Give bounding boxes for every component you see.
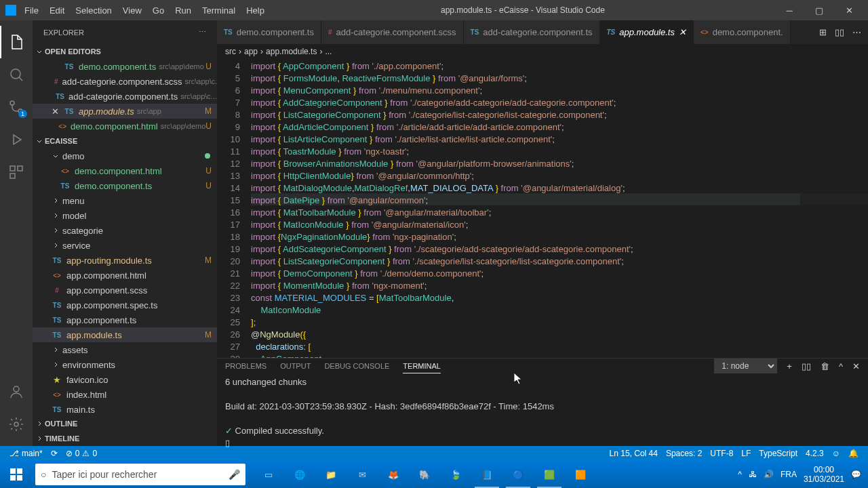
- timeline-section[interactable]: TIMELINE: [33, 431, 217, 446]
- language-indicator[interactable]: FRA: [781, 470, 797, 479]
- menu-file[interactable]: File: [19, 3, 44, 18]
- minimap[interactable]: [800, 59, 868, 358]
- minimize-button[interactable]: ─: [776, 0, 803, 20]
- file-item[interactable]: TSapp.component.ts: [33, 312, 217, 327]
- file-explorer-icon[interactable]: 📁: [316, 461, 346, 488]
- mic-icon[interactable]: 🎤: [229, 469, 240, 480]
- sync-status[interactable]: ⟳: [47, 449, 62, 458]
- folder-item[interactable]: model: [33, 208, 217, 223]
- editor-tab[interactable]: TSdemo.component.ts: [217, 20, 321, 44]
- svg-rect-3: [10, 166, 15, 171]
- compare-icon[interactable]: ⊞: [819, 27, 827, 37]
- panel-tab-output[interactable]: OUTPUT: [280, 359, 311, 373]
- file-item[interactable]: #app.component.scss: [33, 283, 217, 298]
- panel-tab-terminal[interactable]: TERMINAL: [403, 359, 441, 373]
- file-item[interactable]: TSmain.ts: [33, 402, 217, 416]
- explorer-icon[interactable]: [0, 26, 33, 58]
- terminal-select[interactable]: 1: node: [714, 359, 777, 373]
- panel-tab-debug-console[interactable]: DEBUG CONSOLE: [324, 359, 389, 373]
- terminal-panel: PROBLEMSOUTPUTDEBUG CONSOLETERMINAL 1: n…: [217, 358, 868, 446]
- outline-section[interactable]: OUTLINE: [33, 416, 217, 431]
- file-item[interactable]: <>app.component.html: [33, 268, 217, 283]
- menu-terminal[interactable]: Terminal: [197, 3, 241, 18]
- terminal-output[interactable]: 6 unchanged chunks Build at: 2021-03-30T…: [217, 373, 868, 452]
- breadcrumb[interactable]: src›app›app.module.ts›...: [217, 44, 868, 59]
- edge-icon[interactable]: 🌐: [285, 461, 315, 488]
- open-editor-item[interactable]: #add-categorie.component.scss src\app\c.…: [33, 74, 217, 89]
- open-editor-item[interactable]: TSdemo.component.ts src\app\demoU: [33, 59, 217, 74]
- editor-tab[interactable]: #add-categorie.component.scss: [321, 20, 464, 44]
- vscode-task-icon[interactable]: 📘: [472, 461, 502, 488]
- folder-item[interactable]: environments: [33, 357, 217, 372]
- file-item[interactable]: ★favicon.ico: [33, 372, 217, 387]
- scm-badge: 1: [18, 110, 27, 118]
- maximize-panel-icon[interactable]: ^: [839, 361, 843, 371]
- menu-edit[interactable]: Edit: [44, 3, 70, 18]
- action-center-icon[interactable]: 💬: [851, 470, 861, 479]
- split-editor-icon[interactable]: ▯▯: [835, 27, 844, 37]
- file-item[interactable]: <>index.html: [33, 387, 217, 402]
- folder-item[interactable]: menu: [33, 193, 217, 208]
- scm-icon[interactable]: 1: [0, 91, 33, 123]
- windows-search[interactable]: ○ Taper ici pour rechercher 🎤: [35, 464, 245, 485]
- svg-rect-4: [18, 166, 22, 171]
- app-icon[interactable]: 🟧: [566, 461, 595, 488]
- close-panel-icon[interactable]: ✕: [852, 361, 860, 371]
- start-button[interactable]: [0, 461, 33, 488]
- maximize-button[interactable]: ▢: [806, 0, 833, 20]
- account-icon[interactable]: [0, 375, 33, 408]
- open-editor-item[interactable]: <>demo.component.html src\app\demoU: [33, 119, 217, 134]
- task-view-icon[interactable]: ▭: [254, 461, 283, 488]
- close-tab-icon[interactable]: ✕: [679, 27, 686, 37]
- folder-item[interactable]: assets: [33, 342, 217, 357]
- file-item[interactable]: <>demo.component.htmlU: [33, 163, 217, 178]
- camtasia-icon[interactable]: 🟩: [534, 461, 564, 488]
- menu-run[interactable]: Run: [170, 3, 197, 18]
- search-icon[interactable]: [0, 58, 33, 91]
- code-editor[interactable]: import { AppComponent } from './app.comp…: [251, 59, 868, 358]
- split-terminal-icon[interactable]: ▯▯: [802, 361, 811, 371]
- mail-icon[interactable]: ✉: [347, 461, 377, 488]
- pgadmin-icon[interactable]: 🐘: [410, 461, 439, 488]
- svg-point-1: [10, 101, 14, 105]
- folder-item[interactable]: service: [33, 238, 217, 253]
- debug-icon[interactable]: [0, 123, 33, 156]
- editor-tab[interactable]: TSapp.module.ts✕: [600, 20, 694, 44]
- folder-item[interactable]: scategorie: [33, 223, 217, 238]
- clock[interactable]: 00:00 31/03/2021: [804, 465, 844, 484]
- close-button[interactable]: ✕: [835, 0, 863, 20]
- file-item[interactable]: TSapp.module.tsM: [33, 327, 217, 342]
- menu-go[interactable]: Go: [147, 3, 170, 18]
- branch-status[interactable]: ⎇ main*: [5, 449, 47, 458]
- panel-tab-problems[interactable]: PROBLEMS: [225, 359, 267, 373]
- svg-rect-8: [10, 468, 16, 474]
- menu-selection[interactable]: Selection: [70, 3, 117, 18]
- file-item[interactable]: TSapp-routing.module.tsM: [33, 253, 217, 268]
- project-section[interactable]: ECAISSE: [33, 134, 217, 148]
- chrome-icon[interactable]: 🔵: [503, 461, 533, 488]
- editor-tab[interactable]: <>demo.component.: [694, 20, 791, 44]
- editor-tab[interactable]: TSadd-categorie.component.ts: [464, 20, 600, 44]
- svg-point-6: [14, 386, 19, 392]
- open-editors-section[interactable]: OPEN EDITORS: [33, 44, 217, 59]
- extensions-icon[interactable]: [0, 156, 33, 188]
- tray-chevron-icon[interactable]: ^: [738, 470, 742, 479]
- spring-icon[interactable]: 🍃: [441, 461, 471, 488]
- network-icon[interactable]: 🖧: [749, 470, 757, 479]
- settings-icon[interactable]: [0, 408, 33, 441]
- open-editor-item[interactable]: TSadd-categorie.component.ts src\app\c..…: [33, 89, 217, 104]
- menu-view[interactable]: View: [117, 3, 147, 18]
- more-icon[interactable]: ⋯: [852, 27, 861, 37]
- firefox-icon[interactable]: 🦊: [378, 461, 408, 488]
- menu-help[interactable]: Help: [241, 3, 270, 18]
- more-icon[interactable]: ⋯: [199, 28, 206, 37]
- volume-icon[interactable]: 🔊: [764, 470, 774, 479]
- kill-terminal-icon[interactable]: 🗑: [821, 361, 829, 371]
- file-item[interactable]: TSdemo.component.tsU: [33, 178, 217, 193]
- open-editor-item[interactable]: ✕TSapp.module.ts src\appM: [33, 104, 217, 119]
- file-item[interactable]: TSapp.component.spec.ts: [33, 298, 217, 312]
- folder-item[interactable]: demo: [33, 148, 217, 163]
- new-terminal-icon[interactable]: +: [787, 361, 792, 371]
- problems-status[interactable]: ⊘ 0 ⚠ 0: [62, 449, 101, 458]
- svg-rect-9: [17, 468, 22, 474]
